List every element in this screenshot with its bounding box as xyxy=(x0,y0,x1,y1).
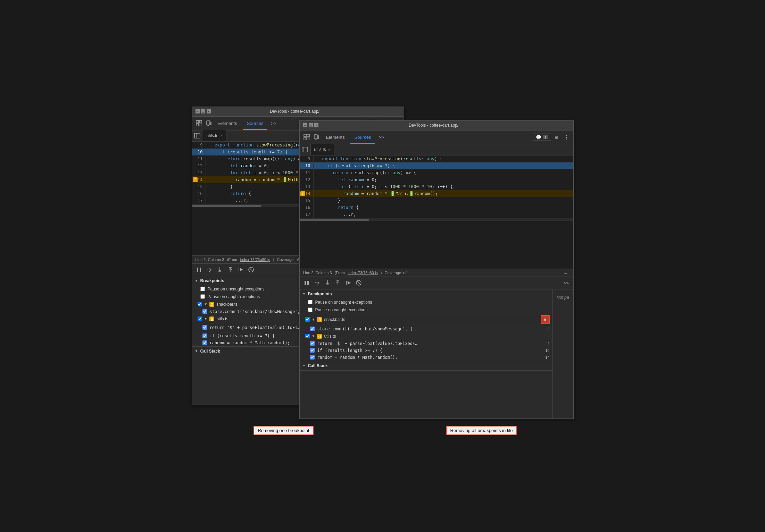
breakpoints-header-right[interactable]: ▼ Breakpoints xyxy=(300,289,552,298)
snackbar-bp-checkbox-left[interactable] xyxy=(202,309,207,314)
svg-rect-26 xyxy=(318,136,319,139)
device-icon-right[interactable] xyxy=(312,133,321,141)
coverage-value-right: Coverage: n/a xyxy=(385,271,409,275)
pause-uncaught-checkbox-left[interactable] xyxy=(200,287,205,291)
step-into-btn[interactable] xyxy=(216,265,224,274)
utils-filename-right: utils.ts xyxy=(324,334,336,339)
breakpoints-title-left: Breakpoints xyxy=(200,278,224,283)
svg-point-32 xyxy=(316,285,317,286)
utils-filename-left: utils.ts xyxy=(216,316,228,321)
inspect-icon-right[interactable] xyxy=(302,133,311,141)
device-icon[interactable] xyxy=(205,119,213,127)
right-file-tab-bar: utils.ts × xyxy=(300,144,573,155)
minimize-btn[interactable]: — xyxy=(196,109,200,113)
utils-bp3-checkbox-right[interactable] xyxy=(310,355,315,360)
source-link[interactable]: index-73f73a80.js xyxy=(240,257,270,262)
maximize-btn[interactable]: □ xyxy=(201,109,205,113)
tab-elements[interactable]: Elements xyxy=(214,117,241,130)
deactivate-btn[interactable] xyxy=(247,265,255,274)
svg-rect-23 xyxy=(307,137,309,140)
pause-caught-right[interactable]: Pause on caught exceptions xyxy=(300,306,552,314)
chevron-down-icon-2: ▼ xyxy=(195,349,198,353)
tab-more-right[interactable]: >> xyxy=(376,131,386,144)
right-code-content-13: for (let i = 0; i < 1000 * 1000 * 10; i+… xyxy=(314,183,573,190)
right-code-content-10: if (results.length >= 7) { xyxy=(314,162,573,169)
source-link-right[interactable]: index-73f73a80.js xyxy=(348,271,378,275)
pause-btn-right[interactable] xyxy=(302,279,311,287)
from-text-right: (From xyxy=(335,271,345,275)
right-code-content-12: let random = 0; xyxy=(314,176,573,183)
utils-bp3-checkbox-left[interactable] xyxy=(202,340,207,345)
more-icon-right[interactable]: ⋮ xyxy=(562,133,571,141)
file-tab-utils[interactable]: utils.ts × xyxy=(203,130,226,141)
tab-sources-right[interactable]: Sources xyxy=(350,131,375,144)
tab-more[interactable]: >> xyxy=(269,117,278,130)
svg-rect-9 xyxy=(197,268,198,272)
snackbar-group-checkbox-left[interactable] xyxy=(198,302,202,306)
utils-bp1-checkbox-left[interactable] xyxy=(202,325,207,330)
utils-bp1-line-right: 2 xyxy=(547,341,549,346)
snackbar-group-checkbox-right[interactable] xyxy=(305,317,310,322)
sidebar-toggle-left[interactable] xyxy=(192,130,203,141)
utils-group-checkbox-left[interactable] xyxy=(198,316,202,321)
snackbar-filename-left: snackbar.ts xyxy=(216,302,238,307)
question-mark-icon: ? xyxy=(193,177,198,182)
snackbar-group-header-right[interactable]: ▼ {} snackbar.ts × xyxy=(300,314,552,326)
sidebar-toggle-right[interactable] xyxy=(300,144,311,155)
line-num-9: 9 xyxy=(192,142,206,149)
maximize-btn-right[interactable]: □ xyxy=(309,123,313,127)
call-stack-header-right[interactable]: ▼ Call Stack xyxy=(300,361,552,370)
svg-rect-0 xyxy=(196,120,199,123)
utils-bp1-right[interactable]: return '$' + parseFloat(value).toFixed(…… xyxy=(300,340,552,347)
step-into-btn-right[interactable] xyxy=(323,279,332,287)
coverage-value: Coverage: n/ xyxy=(277,257,299,262)
deactivate-btn-right[interactable] xyxy=(355,279,363,287)
inspect-icon[interactable] xyxy=(195,119,203,127)
settings-icon-right[interactable]: ⚙ xyxy=(552,133,561,141)
close-file-tab-right[interactable]: × xyxy=(328,147,330,152)
right-code-line-15: 15 } xyxy=(300,197,573,204)
utils-bp2-checkbox-right[interactable] xyxy=(310,348,315,353)
snackbar-bp-checkbox-right[interactable] xyxy=(310,327,315,331)
utils-bp2-code-right: if (results.length >= 7) { xyxy=(317,348,543,353)
close-file-tab-left[interactable]: × xyxy=(221,134,223,138)
pause-caught-checkbox-left[interactable] xyxy=(200,294,205,299)
close-btn-right[interactable]: × xyxy=(314,123,318,127)
step-over-btn-right[interactable] xyxy=(313,279,321,287)
toggle-drawer-icon[interactable]: ≡ xyxy=(562,269,570,277)
utils-bp1-checkbox-right[interactable] xyxy=(310,341,315,346)
more-panels-btn[interactable]: >> xyxy=(562,279,571,287)
close-btn-left[interactable]: × xyxy=(207,109,211,113)
utils-group-header-right[interactable]: ▼ {} utils.ts xyxy=(300,332,552,340)
remove-all-bp-btn[interactable]: × xyxy=(541,315,550,324)
snackbar-bp-right[interactable]: store.commit('snackbar/showMessage', { …… xyxy=(300,326,552,332)
pause-uncaught-right[interactable]: Pause on uncaught exceptions xyxy=(300,298,552,306)
step-over-btn[interactable] xyxy=(205,265,214,274)
not-paused-panel: Not pa xyxy=(552,289,573,419)
line-num-15: 15 xyxy=(192,183,206,190)
position-text: Line 2, Column 3 xyxy=(196,257,224,262)
file-tab-utils-right[interactable]: utils.ts × xyxy=(311,144,334,155)
utils-group-checkbox-right[interactable] xyxy=(305,334,310,338)
minimize-btn-right[interactable]: — xyxy=(303,123,307,127)
utils-bp3-right[interactable]: random = random * Math.random(); 14 xyxy=(300,354,552,361)
continue-btn-right[interactable] xyxy=(344,279,352,287)
right-line-num-9: 9 xyxy=(300,155,314,162)
utils-bp2-right[interactable]: if (results.length >= 7) { 10 xyxy=(300,347,552,354)
continue-btn[interactable] xyxy=(236,265,245,274)
tab-elements-right[interactable]: Elements xyxy=(322,131,349,144)
svg-rect-6 xyxy=(210,122,211,125)
pause-uncaught-checkbox-right[interactable] xyxy=(308,300,313,304)
pause-caught-checkbox-right[interactable] xyxy=(308,307,313,312)
right-line-num-11: 11 xyxy=(300,169,314,176)
call-stack-title-left: Call Stack xyxy=(200,349,220,354)
chevron-icon-right: ▼ xyxy=(312,318,315,321)
step-out-btn[interactable] xyxy=(226,265,234,274)
tab-sources[interactable]: Sources xyxy=(243,117,268,130)
console-badge-right[interactable]: 💬 1 xyxy=(533,134,551,141)
step-out-btn-right[interactable] xyxy=(334,279,342,287)
line-num-13: 13 xyxy=(192,169,206,176)
pause-btn[interactable] xyxy=(195,265,203,274)
badge-count-right: 1 xyxy=(543,135,548,139)
utils-bp2-checkbox-left[interactable] xyxy=(202,333,207,338)
